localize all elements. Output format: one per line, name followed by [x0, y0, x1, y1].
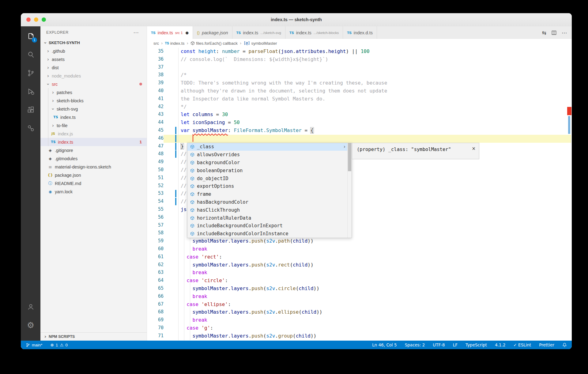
source-control-icon[interactable]: [25, 67, 36, 79]
editor-tab-index.d.ts[interactable]: TSindex.d.ts: [343, 26, 377, 39]
code-line-36[interactable]: 36// console.log(` Dimensions: ${width}x…: [147, 55, 572, 63]
status-item[interactable]: ✓ ESLint: [514, 342, 531, 347]
status-item[interactable]: Ln 46, Col 5: [372, 342, 397, 347]
code-line-43[interactable]: 43let columns = 30: [147, 111, 572, 119]
code-line-37[interactable]: 37: [147, 63, 572, 71]
code-line-65[interactable]: 65 symbolMaster.layers.push(s2v.circle(c…: [147, 285, 572, 293]
git-branch-status[interactable]: main*: [26, 343, 43, 347]
scrollbar-thumb[interactable]: [568, 116, 570, 134]
suggest-item-allowsOverrides[interactable]: allowsOverrides: [187, 151, 352, 159]
code-line-71[interactable]: 71 symbolMaster.layers.push(s2v.group(ch…: [147, 332, 572, 340]
code-line-38[interactable]: 38/*: [147, 71, 572, 79]
search-icon[interactable]: [25, 49, 36, 60]
status-item[interactable]: LF: [453, 342, 458, 347]
suggest-item-backgroundColor[interactable]: backgroundColor: [187, 159, 352, 167]
code-line-59[interactable]: 59 symbolMaster.layers.push(s2v.path(chi…: [147, 237, 572, 245]
explorer-icon[interactable]: 1: [25, 30, 36, 42]
code-line-42[interactable]: 42*/: [147, 103, 572, 111]
code-line-44[interactable]: 44let iconSpacing = 50: [147, 119, 572, 127]
tree-file-package.json[interactable]: {}package.json: [40, 171, 147, 179]
bell-icon[interactable]: [562, 342, 567, 347]
code-line-61[interactable]: 61 case 'rect':: [147, 253, 572, 261]
suggest-item-do_objectID[interactable]: do_objectID: [187, 175, 352, 183]
code-line-46[interactable]: 46: [147, 134, 572, 142]
code-line-70[interactable]: 70 case 'g':: [147, 324, 572, 332]
tree-folder-to-file[interactable]: ›to-file: [40, 121, 147, 130]
tree-folder-src[interactable]: ›src: [40, 80, 147, 88]
status-item[interactable]: UTF-8: [433, 342, 445, 347]
breadcrumb-item[interactable]: [@]symbolMaster: [244, 41, 277, 46]
npm-scripts-section[interactable]: › NPM SCRIPTS: [40, 332, 147, 341]
code-area[interactable]: 35const height: number = parseFloat(json…: [147, 47, 572, 341]
tree-file-README.md[interactable]: ⓘREADME.md: [40, 179, 147, 187]
suggest-item-_class[interactable]: _class›: [187, 143, 352, 151]
code-line-40[interactable]: 40although they're drawn in the document…: [147, 87, 572, 95]
suggest-item-frame[interactable]: frame: [187, 190, 352, 198]
code-line-67[interactable]: 67 case 'ellipse':: [147, 300, 572, 308]
extensions-icon[interactable]: [25, 104, 36, 115]
breadcrumb-item[interactable]: src: [153, 41, 159, 46]
symbol-field-icon: [190, 145, 194, 149]
suggest-item-booleanOperation[interactable]: booleanOperation: [187, 167, 352, 175]
tree-file-index.ts[interactable]: TSindex.ts1: [40, 138, 147, 146]
code-line-62[interactable]: 62 symbolMaster.layers.push(s2v.rect(chi…: [147, 261, 572, 269]
code-line-66[interactable]: 66 break: [147, 293, 572, 300]
run-debug-icon[interactable]: [25, 85, 36, 97]
breadcrumb-item[interactable]: files.forEach() callback: [190, 41, 238, 46]
tree-folder-assets[interactable]: ›assets: [40, 55, 147, 63]
code-line-41[interactable]: 41the Inspector data like normal Symbol …: [147, 95, 572, 103]
code-line-35[interactable]: 35const height: number = parseFloat(json…: [147, 47, 572, 55]
tree-file-material-design-icons.sketch[interactable]: ≡material-design-icons.sketch: [40, 163, 147, 171]
tree-file-index.js[interactable]: JSindex.js: [40, 130, 147, 138]
tree-folder-sketch-svg[interactable]: ›sketch-svg: [40, 105, 147, 113]
code-line-63[interactable]: 63 break: [147, 269, 572, 277]
code-line-64[interactable]: 64 case 'circle':: [147, 277, 572, 285]
tree-file-.gitmodules[interactable]: ◈.gitmodules: [40, 154, 147, 163]
modified-dot-icon[interactable]: ●: [186, 31, 189, 35]
code-line-39[interactable]: 39TODO: There's something wrong with the…: [147, 79, 572, 87]
tab-bar: TSindex.tssrc 1●{}package.jsonTSindex.ts…: [147, 26, 572, 39]
close-icon[interactable]: ×: [472, 146, 476, 151]
suggest-item-label: exportOptions: [197, 183, 234, 189]
code-line-60[interactable]: 60 break: [147, 245, 572, 253]
tree-folder-node_modules[interactable]: ›node_modules: [40, 72, 147, 80]
status-item[interactable]: Spaces: 2: [405, 342, 425, 347]
tree-file-.gitignore[interactable]: ◈.gitignore: [40, 146, 147, 154]
explorer-more-actions-icon[interactable]: ⋯: [133, 26, 139, 39]
chevron-right-icon[interactable]: ›: [344, 144, 345, 149]
settings-gear-icon[interactable]: ⚙: [25, 319, 36, 331]
editor-tab-index.ts[interactable]: TSindex.ts.../sketch-svg: [232, 26, 285, 39]
suggest-item-includeBackgroundColorInInstance[interactable]: includeBackgroundColorInInstance: [187, 230, 352, 238]
tree-folder-patches[interactable]: ›patches: [40, 88, 147, 96]
breadcrumb-item[interactable]: TSindex.ts: [165, 41, 185, 46]
code-line-68[interactable]: 68 symbolMaster.layers.push(s2v.ellipse(…: [147, 308, 572, 316]
problems-status[interactable]: ⊗1 ⚠0: [51, 342, 68, 347]
open-changes-icon[interactable]: ⇆: [542, 30, 546, 36]
tree-file-yarn.lock[interactable]: ◉yarn.lock: [40, 187, 147, 196]
tree-file-index.ts[interactable]: TSindex.ts: [40, 113, 147, 121]
status-item[interactable]: TypeScript: [466, 342, 487, 347]
tree-folder-sketch-blocks[interactable]: ›sketch-blocks: [40, 96, 147, 105]
references-icon[interactable]: [25, 122, 36, 134]
status-item[interactable]: 4.1.2: [495, 342, 505, 347]
account-icon[interactable]: [25, 301, 36, 312]
editor-tab-package.json[interactable]: {}package.json: [193, 26, 232, 39]
editor-tab-index.ts[interactable]: TSindex.ts.../sketch-blocks: [285, 26, 343, 39]
status-item[interactable]: Prettier: [539, 342, 554, 347]
suggest-item-horizontalRulerData[interactable]: horizontalRulerData: [187, 214, 352, 222]
breadcrumb-label: symbolMaster: [251, 41, 277, 46]
suggest-item-hasBackgroundColor[interactable]: hasBackgroundColor: [187, 198, 352, 206]
symbol-field-icon: [190, 200, 194, 204]
tree-folder-.github[interactable]: ›.github: [40, 47, 147, 55]
code-line-69[interactable]: 69 break: [147, 316, 572, 324]
suggest-item-includeBackgroundColorInExport[interactable]: includeBackgroundColorInExport: [187, 222, 352, 230]
editor-tab-index.ts[interactable]: TSindex.tssrc 1●: [147, 26, 193, 39]
tree-folder-dist[interactable]: ›dist: [40, 63, 147, 72]
more-actions-icon[interactable]: ⋯: [562, 30, 567, 36]
suggest-item-hasClickThrough[interactable]: hasClickThrough: [187, 206, 352, 214]
suggest-scrollbar[interactable]: [347, 143, 352, 238]
suggest-item-exportOptions[interactable]: exportOptions: [187, 183, 352, 191]
code-line-45[interactable]: 45var symbolMaster: FileFormat.SymbolMas…: [147, 127, 572, 134]
split-editor-icon[interactable]: [552, 30, 556, 35]
workspace-section-header[interactable]: › SKETCH-SYNTH: [40, 39, 147, 47]
